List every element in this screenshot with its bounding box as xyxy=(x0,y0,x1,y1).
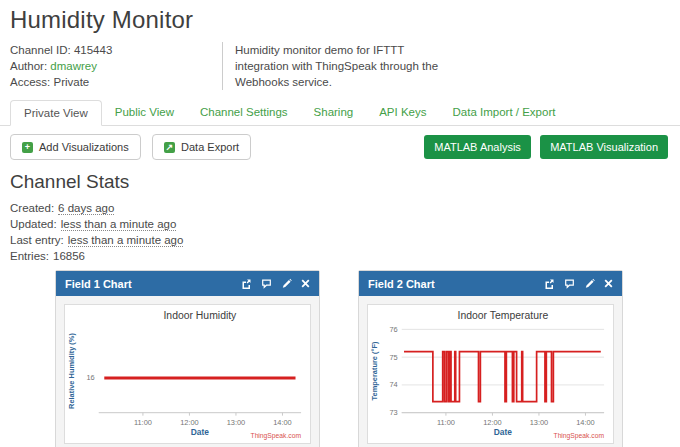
toolbar-left: + Add Visualizations ↗ Data Export xyxy=(10,134,259,160)
author-row: Author: dmawrey xyxy=(10,58,222,74)
stat-updated-value[interactable]: less than a minute ago xyxy=(61,218,177,231)
channel-stats: Channel Stats Created:6 days ago Updated… xyxy=(0,171,680,264)
author-label: Author: xyxy=(10,60,47,72)
svg-text:Relative Humidity (%): Relative Humidity (%) xyxy=(67,333,76,409)
svg-text:Indoor Humidity: Indoor Humidity xyxy=(163,310,237,321)
channel-id-value: 415443 xyxy=(74,44,112,56)
field2-chart-box: 7374757611:0012:0013:0014:00Indoor Tempe… xyxy=(367,304,614,444)
channel-meta: Channel ID: 415443 Author: dmawrey Acces… xyxy=(10,42,668,90)
stat-updated: Updated:less than a minute ago xyxy=(10,216,670,232)
edit-icon[interactable] xyxy=(584,278,595,289)
author-link[interactable]: dmawrey xyxy=(50,60,97,72)
data-export-label: Data Export xyxy=(181,141,239,153)
access-value: Private xyxy=(53,76,89,88)
field2-chart-panel: Field 2 Chart 7374757611:0012:0013:0014:… xyxy=(358,270,623,447)
stat-created: Created:6 days ago xyxy=(10,200,670,216)
field1-panel-header[interactable]: Field 1 Chart xyxy=(56,271,319,296)
svg-text:Temperature (°F): Temperature (°F) xyxy=(370,341,379,400)
field1-chart-panel: Field 1 Chart 1611:0012:0013:0014:00Indo… xyxy=(55,270,320,447)
field2-panel-icons xyxy=(544,278,613,289)
tab-channel-settings[interactable]: Channel Settings xyxy=(187,100,301,126)
field2-panel-body: 7374757611:0012:0013:0014:00Indoor Tempe… xyxy=(359,296,622,447)
svg-text:74: 74 xyxy=(389,380,397,389)
channel-id-row: Channel ID: 415443 xyxy=(10,42,222,58)
toolbar: + Add Visualizations ↗ Data Export MATLA… xyxy=(0,126,680,168)
svg-text:13:00: 13:00 xyxy=(227,418,246,427)
stat-last-entry-value[interactable]: less than a minute ago xyxy=(68,234,184,247)
channel-description: Humidity monitor demo for IFTTT integrat… xyxy=(222,42,447,90)
access-row: Access: Private xyxy=(10,74,222,90)
field2-panel-title: Field 2 Chart xyxy=(368,278,435,290)
field1-chart-box: 1611:0012:0013:0014:00Indoor HumidityDat… xyxy=(64,304,311,444)
tab-bar: Private View Public View Channel Setting… xyxy=(0,100,680,126)
field1-panel-body: 1611:0012:0013:0014:00Indoor HumidityDat… xyxy=(56,296,319,447)
svg-text:11:00: 11:00 xyxy=(437,418,455,427)
stat-updated-label: Updated: xyxy=(10,218,57,230)
channel-id-label: Channel ID: xyxy=(10,44,71,56)
field2-chart: 7374757611:0012:0013:0014:00Indoor Tempe… xyxy=(368,305,613,443)
data-export-button[interactable]: ↗ Data Export xyxy=(152,134,251,160)
popout-icon[interactable] xyxy=(544,278,555,289)
matlab-analysis-button[interactable]: MATLAB Analysis xyxy=(424,135,531,159)
stat-created-value[interactable]: 6 days ago xyxy=(58,202,114,215)
plus-icon: + xyxy=(22,142,33,153)
channel-info: Channel ID: 415443 Author: dmawrey Acces… xyxy=(10,42,222,90)
svg-text:12:00: 12:00 xyxy=(180,418,199,427)
svg-text:ThingSpeak.com: ThingSpeak.com xyxy=(251,432,302,440)
close-icon[interactable] xyxy=(301,279,310,288)
edit-icon[interactable] xyxy=(281,278,292,289)
add-visualizations-button[interactable]: + Add Visualizations xyxy=(10,134,141,160)
comment-icon[interactable] xyxy=(564,278,575,289)
stat-entries-label: Entries: xyxy=(10,250,49,262)
field1-panel-icons xyxy=(241,278,310,289)
field1-chart: 1611:0012:0013:0014:00Indoor HumidityDat… xyxy=(65,305,310,443)
popout-icon[interactable] xyxy=(241,278,252,289)
svg-text:73: 73 xyxy=(389,408,397,417)
add-visualizations-label: Add Visualizations xyxy=(39,141,129,153)
stat-last-entry: Last entry:less than a minute ago xyxy=(10,232,670,248)
svg-text:ThingSpeak.com: ThingSpeak.com xyxy=(554,432,605,440)
svg-text:14:00: 14:00 xyxy=(576,418,595,427)
tab-sharing[interactable]: Sharing xyxy=(301,100,367,126)
access-label: Access: xyxy=(10,76,50,88)
stat-created-label: Created: xyxy=(10,202,54,214)
field1-panel-title: Field 1 Chart xyxy=(65,278,132,290)
page-header: Humidity Monitor Channel ID: 415443 Auth… xyxy=(0,0,680,90)
comment-icon[interactable] xyxy=(261,278,272,289)
chart-panels: Field 1 Chart 1611:0012:0013:0014:00Indo… xyxy=(55,270,680,447)
stat-last-entry-label: Last entry: xyxy=(10,234,64,246)
close-icon[interactable] xyxy=(604,279,613,288)
stat-entries-value: 16856 xyxy=(53,250,85,262)
channel-stats-heading: Channel Stats xyxy=(10,171,670,193)
svg-text:75: 75 xyxy=(389,353,397,362)
svg-text:13:00: 13:00 xyxy=(530,418,549,427)
page-title: Humidity Monitor xyxy=(10,6,668,34)
export-icon: ↗ xyxy=(164,142,175,153)
field2-panel-header[interactable]: Field 2 Chart xyxy=(359,271,622,296)
svg-text:12:00: 12:00 xyxy=(483,418,502,427)
tab-private-view[interactable]: Private View xyxy=(10,100,102,126)
tab-public-view[interactable]: Public View xyxy=(102,100,187,126)
svg-text:14:00: 14:00 xyxy=(273,418,292,427)
svg-text:Date: Date xyxy=(191,427,210,437)
tab-data-import-export[interactable]: Data Import / Export xyxy=(440,100,569,126)
svg-text:11:00: 11:00 xyxy=(134,418,152,427)
matlab-visualization-button[interactable]: MATLAB Visualization xyxy=(540,135,668,159)
svg-text:16: 16 xyxy=(86,373,94,382)
svg-text:Indoor Temperature: Indoor Temperature xyxy=(458,310,549,321)
svg-text:76: 76 xyxy=(389,325,397,334)
toolbar-right: MATLAB Analysis MATLAB Visualization xyxy=(418,135,668,159)
stat-entries: Entries:16856 xyxy=(10,248,670,264)
svg-text:Date: Date xyxy=(494,427,513,437)
tab-api-keys[interactable]: API Keys xyxy=(366,100,439,126)
